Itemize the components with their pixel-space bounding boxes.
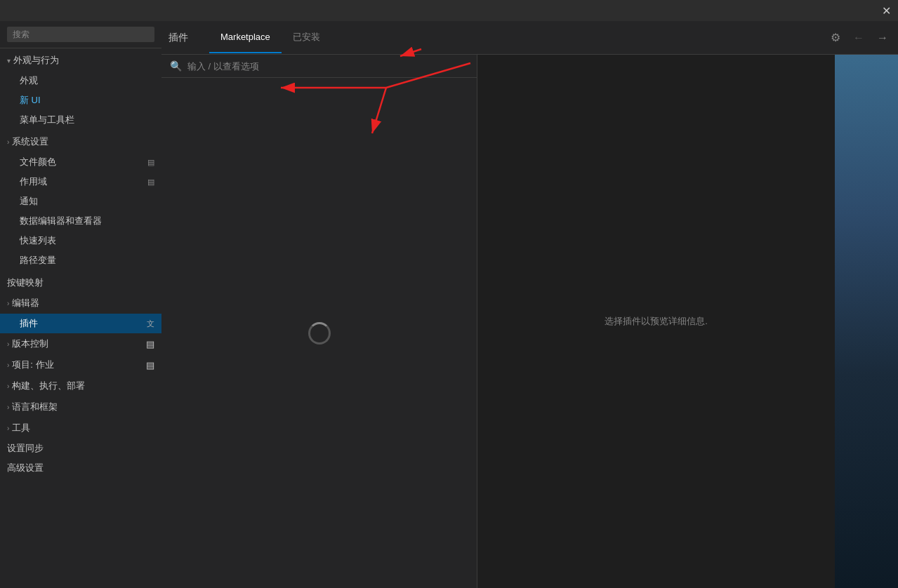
sidebar-group-editor[interactable]: › 编辑器 xyxy=(0,293,161,314)
item-label: 外观 xyxy=(20,74,38,87)
chevron-right-icon: › xyxy=(7,361,9,369)
chevron-right-icon: › xyxy=(7,403,9,411)
item-label: 插件 xyxy=(20,317,38,330)
sidebar-item-keymaps[interactable]: 按键映射 xyxy=(0,273,161,293)
item-label: 菜单与工具栏 xyxy=(20,114,74,126)
list-icon: ▤ xyxy=(147,178,154,187)
group-label-appearance: 外观与行为 xyxy=(13,54,59,67)
group-label-tools: 工具 xyxy=(12,422,30,434)
item-label: 作用域 xyxy=(20,175,47,188)
sidebar-item-quick-lists[interactable]: 快速列表 xyxy=(0,231,161,250)
tabs-group: Marketplace 已安装 xyxy=(209,21,828,55)
item-label: 数据编辑器和查看器 xyxy=(20,215,102,227)
item-label: 按键映射 xyxy=(7,276,44,289)
sidebar-item-appearance[interactable]: 外观 xyxy=(0,71,161,91)
sidebar-section-appearance: ▾ 外观与行为 外观 新 UI 菜单与工具栏 xyxy=(0,48,161,131)
list-icon: ▤ xyxy=(146,339,154,349)
group-label-project: 项目: 作业 xyxy=(12,359,53,371)
search-bar: 🔍 xyxy=(161,55,477,78)
sidebar-search-area xyxy=(0,21,161,48)
item-label: 设置同步 xyxy=(7,442,44,455)
content-panel: 插件 Marketplace 已安装 ⚙ ← → 🔍 xyxy=(161,21,898,588)
tab-marketplace[interactable]: Marketplace xyxy=(209,22,282,53)
item-label: 通知 xyxy=(20,195,38,208)
close-button[interactable]: ✕ xyxy=(882,4,891,18)
tabs-header: 插件 Marketplace 已安装 ⚙ ← → xyxy=(161,21,898,55)
sidebar-item-file-colors[interactable]: 文件颜色 ▤ xyxy=(0,152,161,172)
sidebar-group-languages[interactable]: › 语言和框架 xyxy=(0,396,161,417)
plugin-search-input[interactable] xyxy=(187,61,468,72)
sidebar-group-appearance[interactable]: ▾ 外观与行为 xyxy=(0,50,161,71)
chevron-right-icon: › xyxy=(7,425,9,432)
list-icon: ▤ xyxy=(146,360,154,370)
sidebar-group-project[interactable]: › 项目: 作业 ▤ xyxy=(0,354,161,375)
tabs-right: ⚙ ← → xyxy=(828,28,891,47)
sidebar-item-notifications[interactable]: 通知 xyxy=(0,192,161,211)
spinner-circle xyxy=(308,322,331,345)
item-label: 新 UI xyxy=(20,94,41,107)
sidebar-group-vcs[interactable]: › 版本控制 ▤ xyxy=(0,333,161,354)
plugins-layout: 🔍 选择插件以预览详细信息. xyxy=(161,55,898,588)
tab-label-installed: 已安装 xyxy=(293,32,320,42)
sidebar-item-menus-toolbars[interactable]: 菜单与工具栏 xyxy=(0,110,161,130)
group-label-build: 构建、执行、部署 xyxy=(12,380,85,392)
group-label-system: 系统设置 xyxy=(12,135,48,148)
item-label: 高级设置 xyxy=(7,462,44,474)
sidebar-item-path-variables[interactable]: 路径变量 xyxy=(0,250,161,270)
sidebar-item-data-editors[interactable]: 数据编辑器和查看器 xyxy=(0,211,161,231)
sidebar-item-new-ui[interactable]: 新 UI xyxy=(0,91,161,110)
group-label-languages: 语言和框架 xyxy=(12,401,58,413)
tab-label-marketplace: Marketplace xyxy=(220,32,270,42)
forward-arrow-button[interactable]: → xyxy=(874,29,891,47)
chevron-right-icon: › xyxy=(7,300,9,307)
list-icon: ▤ xyxy=(147,158,154,167)
settings-icon[interactable]: ⚙ xyxy=(828,28,843,47)
sidebar: ▾ 外观与行为 外观 新 UI 菜单与工具栏 › 系统设置 文件颜色 ▤ 作用域… xyxy=(0,21,161,588)
sidebar-item-scopes[interactable]: 作用域 ▤ xyxy=(0,172,161,192)
preview-panel: 选择插件以预览详细信息. xyxy=(477,55,835,588)
back-arrow-button[interactable]: ← xyxy=(850,29,867,47)
tab-installed[interactable]: 已安装 xyxy=(282,21,331,55)
chevron-right-icon: › xyxy=(7,340,9,348)
plugins-list-content xyxy=(161,78,477,588)
preview-hint-text: 选择插件以预览详细信息. xyxy=(605,315,708,328)
item-label: 路径变量 xyxy=(20,254,56,267)
chevron-down-icon: ▾ xyxy=(7,57,11,65)
sidebar-item-plugins[interactable]: 插件 文 xyxy=(0,314,161,333)
search-icon: 🔍 xyxy=(170,60,182,72)
chevron-right-icon: › xyxy=(7,382,9,390)
sidebar-search-input[interactable] xyxy=(7,27,154,42)
background-image-area xyxy=(835,55,898,588)
title-bar: ✕ xyxy=(0,0,898,21)
plugins-list-panel: 🔍 xyxy=(161,55,477,588)
sidebar-item-advanced-settings[interactable]: 高级设置 xyxy=(0,458,161,478)
item-label: 文件颜色 xyxy=(20,156,56,168)
item-label: 快速列表 xyxy=(20,234,56,247)
sidebar-item-settings-sync[interactable]: 设置同步 xyxy=(0,439,161,458)
chevron-right-icon: › xyxy=(7,138,9,146)
loading-spinner xyxy=(308,322,331,345)
sidebar-group-tools[interactable]: › 工具 xyxy=(0,417,161,439)
group-label-editor: 编辑器 xyxy=(12,297,39,309)
main-layout: ▾ 外观与行为 外观 新 UI 菜单与工具栏 › 系统设置 文件颜色 ▤ 作用域… xyxy=(0,21,898,588)
translate-icon: 文 xyxy=(147,319,154,329)
tab-section-label: 插件 xyxy=(169,22,188,54)
sidebar-group-system[interactable]: › 系统设置 xyxy=(0,131,161,152)
sidebar-group-build[interactable]: › 构建、执行、部署 xyxy=(0,375,161,396)
group-label-vcs: 版本控制 xyxy=(12,338,48,350)
